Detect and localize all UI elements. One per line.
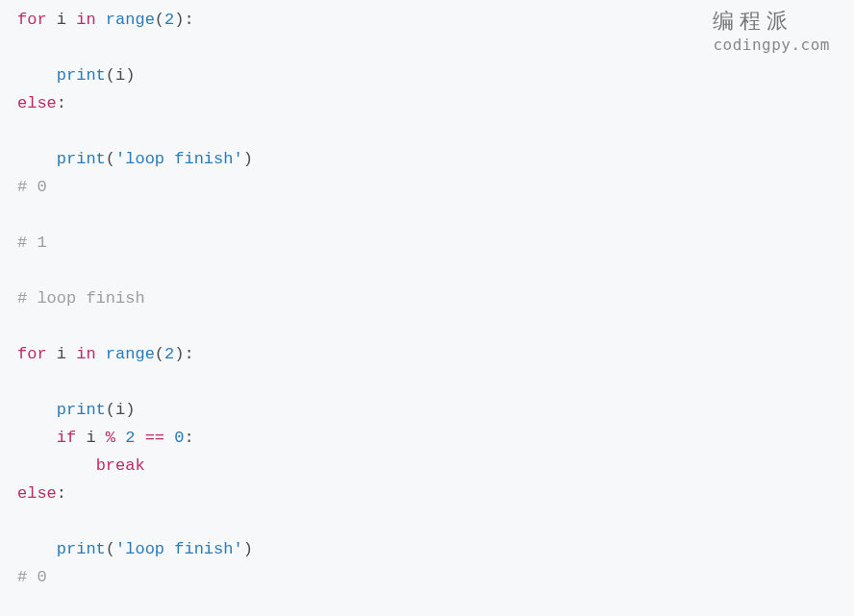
paren-open: ( xyxy=(155,11,164,29)
indent xyxy=(17,540,57,558)
var-i: i xyxy=(57,11,66,29)
code-block: for i in range(2): print(i) else: print(… xyxy=(0,0,854,597)
code-line: print('loop finish') xyxy=(17,540,253,558)
comment: # loop finish xyxy=(17,289,145,308)
comment: # 0 xyxy=(17,178,47,196)
var-i: i xyxy=(115,401,125,419)
keyword-in: in xyxy=(76,345,95,363)
keyword-else: else xyxy=(17,484,57,503)
comment: # 0 xyxy=(17,568,47,586)
paren-close: ) xyxy=(174,11,184,29)
indent xyxy=(17,429,57,447)
code-line: else: xyxy=(17,484,66,503)
code-line: for i in range(2): xyxy=(17,11,194,29)
var-i: i xyxy=(115,66,125,85)
func-print: print xyxy=(57,540,106,558)
code-line: break xyxy=(17,456,145,475)
keyword-for: for xyxy=(17,345,47,363)
indent xyxy=(17,66,57,85)
keyword-break: break xyxy=(96,456,145,475)
op-eq: == xyxy=(145,429,164,447)
func-print: print xyxy=(57,66,106,85)
colon: : xyxy=(184,429,193,447)
colon: : xyxy=(57,484,66,503)
number: 0 xyxy=(174,429,184,447)
code-line: else: xyxy=(17,94,66,112)
string: 'loop finish' xyxy=(115,540,243,558)
paren-open: ( xyxy=(106,150,115,168)
keyword-if: if xyxy=(57,429,76,447)
func-range: range xyxy=(106,345,155,363)
paren-open: ( xyxy=(106,401,115,419)
func-print: print xyxy=(57,401,106,419)
paren-close: ) xyxy=(243,540,253,558)
number: 2 xyxy=(125,429,135,447)
func-print: print xyxy=(57,150,106,168)
paren-close: ) xyxy=(125,66,135,85)
number: 2 xyxy=(164,345,174,363)
code-line: # 0 xyxy=(17,178,47,196)
keyword-else: else xyxy=(17,94,57,112)
code-line: # 1 xyxy=(17,234,47,252)
string: 'loop finish' xyxy=(115,150,243,168)
keyword-in: in xyxy=(76,11,95,29)
indent xyxy=(17,456,96,475)
indent xyxy=(17,401,57,419)
op-mod: % xyxy=(106,429,115,447)
code-line: print('loop finish') xyxy=(17,150,253,168)
paren-close: ) xyxy=(174,345,184,363)
number: 2 xyxy=(164,11,174,29)
var-i: i xyxy=(57,345,66,363)
code-line: # loop finish xyxy=(17,289,145,308)
var-i: i xyxy=(86,429,95,447)
code-line: # 0 xyxy=(17,568,47,586)
colon: : xyxy=(57,94,66,112)
paren-open: ( xyxy=(106,66,115,85)
paren-close: ) xyxy=(243,150,253,168)
indent xyxy=(17,150,57,168)
paren-close: ) xyxy=(125,401,135,419)
keyword-for: for xyxy=(17,11,47,29)
colon: : xyxy=(184,11,193,29)
code-line: if i % 2 == 0: xyxy=(17,429,194,447)
paren-open: ( xyxy=(106,540,115,558)
colon: : xyxy=(184,345,193,363)
code-line: print(i) xyxy=(17,401,135,419)
func-range: range xyxy=(106,11,155,29)
comment: # 1 xyxy=(17,234,47,252)
code-line: for i in range(2): xyxy=(17,345,194,363)
code-line: print(i) xyxy=(17,66,135,85)
paren-open: ( xyxy=(155,345,164,363)
